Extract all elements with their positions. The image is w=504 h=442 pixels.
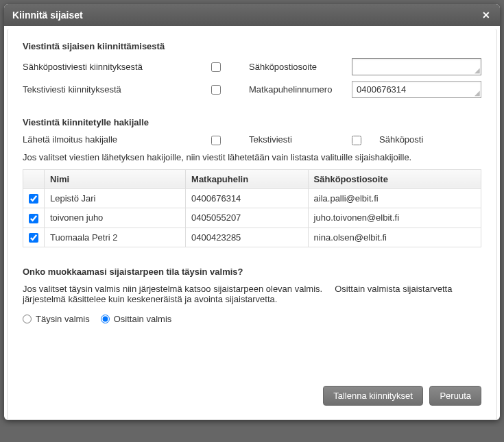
section3-help-a: Jos valitset täysin valmis niin järjeste… — [23, 284, 322, 294]
radio-partial[interactable] — [101, 315, 110, 323]
checkbox-sms-notify[interactable] — [211, 85, 221, 95]
table-header-check — [23, 169, 45, 188]
table-header-row: Nimi Matkapuhelin Sähköpostiosoite — [23, 169, 481, 188]
label-email-option: Sähköposti — [379, 134, 423, 145]
status-radio-group: Täysin valmis Osittain valmis — [23, 314, 481, 324]
cancel-button[interactable]: Peruuta — [429, 386, 481, 406]
label-radio-partial: Osittain valmis — [114, 314, 172, 324]
table-header-phone: Matkapuhelin — [186, 169, 309, 188]
cell-email: nina.olsen@elbit.fi — [308, 228, 481, 247]
input-phone-number[interactable] — [352, 81, 481, 98]
cell-phone: 0400676314 — [186, 188, 309, 208]
label-phone-number: Matkapuhelinnumero — [249, 84, 352, 95]
table-row: Tuomaala Petri 2 0400423285 nina.olsen@e… — [23, 228, 481, 247]
row-checkbox[interactable] — [29, 233, 38, 243]
table-row: toivonen juho 0405055207 juho.toivonen@e… — [23, 208, 481, 228]
table-header-email: Sähköpostiosoite — [308, 169, 481, 188]
cell-phone: 0405055207 — [186, 208, 309, 228]
checkbox-email-notify[interactable] — [211, 62, 221, 72]
dialog-titlebar: Kiinnitä sijaiset ✕ — [4, 4, 500, 26]
section3-heading: Onko muokkaamasi sijaistarpeen tila täys… — [23, 267, 481, 277]
cell-email: juho.toivonen@elbit.fi — [308, 208, 481, 228]
label-sms-notify: Tekstiviesti kiinnityksestä — [23, 84, 211, 95]
checkbox-sms-option[interactable] — [352, 136, 361, 145]
dialog-body: Viestintä sijaisen kiinnittämisestä Sähk… — [7, 29, 497, 420]
row-checkbox[interactable] — [29, 214, 38, 223]
section1-heading: Viestintä sijaisen kiinnittämisestä — [23, 41, 481, 51]
checkbox-notify-applicant[interactable] — [211, 136, 221, 145]
section2-help: Jos valitset viestien lähetyksen hakijoi… — [23, 152, 481, 162]
radio-full[interactable] — [23, 315, 32, 323]
applicants-table: Nimi Matkapuhelin Sähköpostiosoite Lepis… — [23, 169, 481, 248]
cell-name: toivonen juho — [45, 208, 186, 228]
save-button[interactable]: Tallenna kiinnitykset — [323, 386, 423, 406]
label-radio-full: Täysin valmis — [36, 314, 90, 324]
cell-phone: 0400423285 — [186, 228, 309, 247]
table-header-name: Nimi — [45, 169, 186, 188]
label-notify-applicant: Lähetä ilmoitus hakijalle — [23, 134, 211, 145]
section2-heading: Viestintä kiinnitetylle hakijalle — [23, 117, 481, 127]
dialog: Kiinnitä sijaiset ✕ Viestintä sijaisen k… — [4, 4, 500, 420]
row-sms-notify: Tekstiviesti kiinnityksestä Matkapuhelin… — [23, 81, 481, 98]
row-notify-applicant: Lähetä ilmoitus hakijalle Tekstiviesti S… — [23, 134, 481, 145]
cell-name: Lepistö Jari — [45, 188, 186, 208]
cell-name: Tuomaala Petri 2 — [45, 228, 186, 247]
row-email-notify: Sähköpostiviesti kiinnityksestä Sähköpos… — [23, 58, 481, 75]
cell-email: aila.palli@elbit.fi — [308, 188, 481, 208]
table-row: Lepistö Jari 0400676314 aila.palli@elbit… — [23, 188, 481, 208]
button-row: Tallenna kiinnitykset Peruuta — [23, 386, 481, 406]
section3-help: Jos valitset täysin valmis niin järjeste… — [23, 284, 481, 304]
input-email-address[interactable] — [352, 58, 481, 75]
dialog-title: Kiinnitä sijaiset — [12, 10, 83, 21]
label-email-address: Sähköpostiosoite — [249, 62, 352, 72]
row-checkbox[interactable] — [29, 194, 38, 204]
close-icon[interactable]: ✕ — [479, 9, 493, 23]
label-sms-option: Tekstiviesti — [249, 134, 352, 145]
label-email-notify: Sähköpostiviesti kiinnityksestä — [23, 62, 211, 72]
